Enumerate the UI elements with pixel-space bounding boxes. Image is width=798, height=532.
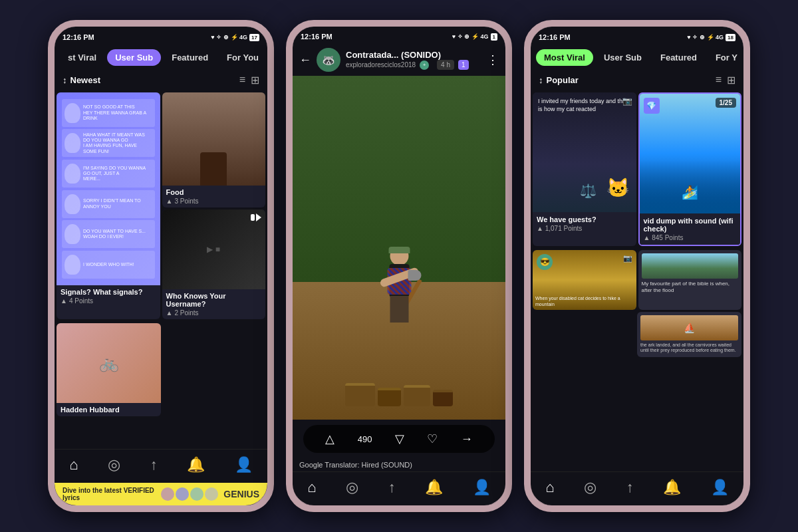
bike-post-info: Hadden Hubbard — [57, 403, 161, 416]
upvote-icon3: ▲ — [166, 309, 173, 317]
left-phone-frame: 12:16 PM ♥ ✧ ⊕ ⚡ 4G 17 st Viral User Sub… — [48, 20, 274, 512]
downvote-action[interactable]: ▽ — [395, 432, 404, 446]
person-3 — [190, 487, 203, 501]
right-sort-actions: ≡ ⊞ — [716, 74, 735, 86]
ark-row: ⛵ the ark landed, and all the carnivores… — [531, 312, 743, 359]
left-status-icons: ♥ ✧ ⊕ ⚡ 4G 17 — [211, 34, 259, 41]
share-action[interactable]: → — [461, 432, 473, 446]
upvote-action[interactable]: △ — [325, 432, 334, 446]
more-options-button[interactable]: ⋮ — [487, 53, 499, 67]
bell-nav-icon[interactable]: 🔔 — [187, 456, 205, 473]
profile-nav-icon-m[interactable]: 👤 — [473, 479, 491, 496]
filter-icon[interactable]: ≡ — [239, 74, 245, 86]
middle-phone: 12:16 PM ♥ ✧ ⊕ ⚡ 4G 1 ← 🦝 Contratada... … — [286, 20, 512, 512]
username-post[interactable]: ▶ ■ Who Knows Your Username? ▲ — [162, 209, 266, 319]
filter-icon-r[interactable]: ≡ — [716, 74, 722, 86]
count-badge: 1/25 — [716, 98, 736, 108]
right-sort-label[interactable]: ↕ Popular — [539, 75, 579, 85]
video-rec-icon — [251, 213, 261, 221]
bike-post[interactable]: 🚲 Hadden Hubbard — [57, 323, 161, 416]
cat-overlay-text: I invited my friends today and this is h… — [538, 98, 631, 113]
right-time: 12:16 PM — [539, 33, 571, 41]
video-channel[interactable]: exploradoresciclos2018 — [346, 61, 416, 68]
live-badge: 1 — [458, 60, 469, 70]
surfer-icon: 🏄 — [682, 184, 698, 200]
right-top-grid: I invited my friends today and this is h… — [531, 90, 743, 248]
video-content[interactable] — [293, 76, 505, 420]
right-status-bar: 12:16 PM ♥ ✧ ⊕ ⚡ 4G 18 — [531, 27, 743, 45]
subscribe-icon[interactable]: + — [420, 61, 429, 70]
left-status-bar: 12:16 PM ♥ ✧ ⊕ ⚡ 4G 17 — [55, 27, 267, 45]
bell-nav-icon-r[interactable]: 🔔 — [663, 479, 681, 496]
cat-post[interactable]: I invited my friends today and this is h… — [533, 92, 636, 246]
middle-time: 12:16 PM — [301, 33, 332, 41]
right-bottom-grid: 😎 📷 When your disabled cat decides to hi… — [531, 248, 743, 312]
upvote-icon2: ▲ — [166, 198, 173, 205]
profile-nav-icon[interactable]: 👤 — [235, 456, 253, 473]
video-user-info: Contratada... (SONIDO) exploradoresciclo… — [346, 50, 481, 70]
bible-post[interactable]: My favourite part of the bible is when, … — [638, 250, 742, 310]
back-button[interactable]: ← — [299, 53, 311, 67]
bell-nav-icon-m[interactable]: 🔔 — [425, 479, 443, 496]
tab-for-you-r[interactable]: For Y — [708, 49, 743, 66]
comic-post[interactable]: NOT SO GOOD AT THISHEY THERE WANNA GRAB … — [57, 92, 160, 319]
ark-post[interactable]: ⛵ the ark landed, and all the carnivores… — [637, 312, 741, 357]
left-sort-bar: ↕ Newest ≡ ⊞ — [55, 70, 267, 90]
left-nav-tabs: st Viral User Sub Featured For You — [55, 45, 267, 70]
tab-featured[interactable]: Featured — [164, 49, 216, 66]
right-phone-screen: 12:16 PM ♥ ✧ ⊕ ⚡ 4G 18 Most Viral User S… — [531, 27, 743, 505]
upload-nav-icon-m[interactable]: ↑ — [388, 479, 396, 496]
right-bottom-nav: ⌂ ◎ ↑ 🔔 👤 — [531, 471, 743, 505]
left-time: 12:16 PM — [63, 33, 94, 41]
left-content-grid: NOT SO GOOD AT THISHEY THERE WANNA GRAB … — [55, 90, 267, 321]
video-actions-bar: △ 490 ▽ ♡ → — [303, 425, 495, 453]
ad-banner[interactable]: Dive into the latest VERIFIED lyrics GEN… — [55, 483, 267, 505]
hike-post[interactable]: 😎 📷 When your disabled cat decides to hi… — [533, 250, 636, 310]
explore-nav-icon-m[interactable]: ◎ — [346, 479, 358, 496]
bike-image: 🚲 — [57, 323, 161, 403]
upvote-icon: ▲ — [61, 297, 67, 305]
middle-status-bar: 12:16 PM ♥ ✧ ⊕ ⚡ 4G 1 — [293, 27, 505, 44]
wave-post-points: ▲ 845 Points — [644, 234, 737, 241]
tab-featured-r[interactable]: Featured — [652, 49, 705, 66]
upload-nav-icon[interactable]: ↑ — [150, 456, 158, 473]
left-sort-label[interactable]: ↕ Newest — [63, 75, 100, 85]
profile-nav-icon-r[interactable]: 👤 — [711, 479, 729, 496]
tab-most-viral[interactable]: st Viral — [60, 49, 104, 66]
right-battery: 18 — [726, 34, 735, 41]
explore-nav-icon-r[interactable]: ◎ — [584, 479, 597, 496]
sort-icon-r: ↕ — [539, 75, 543, 85]
left-sort-actions: ≡ ⊞ — [239, 74, 259, 86]
middle-bottom-nav: ⌂ ◎ ↑ 🔔 👤 — [293, 471, 505, 505]
upload-nav-icon-r[interactable]: ↑ — [626, 479, 634, 496]
tab-user-sub-r[interactable]: User Sub — [596, 49, 650, 66]
upvote-icon-cat: ▲ — [537, 225, 545, 232]
upvote-icon-wave: ▲ — [644, 234, 652, 241]
home-nav-icon[interactable]: ⌂ — [69, 456, 78, 473]
share-icon: → — [461, 432, 473, 446]
heart-icon: ♡ — [427, 432, 438, 446]
wave-post[interactable]: 💎 1/25 🏄 vid dump with sound (wifi check… — [638, 92, 742, 246]
tab-for-you[interactable]: For You — [219, 49, 267, 66]
ark-text: the ark landed, and all the carnivores w… — [640, 342, 738, 354]
home-nav-icon-m[interactable]: ⌂ — [307, 479, 316, 496]
middle-battery: 1 — [491, 33, 497, 41]
bible-image — [642, 253, 739, 279]
genius-logo: GENIUS — [223, 489, 259, 499]
gallery-icon[interactable]: ⊞ — [251, 74, 259, 86]
person-4 — [205, 487, 218, 501]
food-post[interactable]: Food ▲ 3 Points — [162, 92, 266, 207]
bike-post-title: Hadden Hubbard — [61, 406, 157, 414]
gallery-icon-r[interactable]: ⊞ — [727, 74, 735, 86]
right-status-icons: ♥ ✧ ⊕ ⚡ 4G 18 — [687, 34, 735, 41]
weight-icon: ⚖️ — [580, 183, 597, 199]
left-battery: 17 — [249, 34, 259, 41]
vote-count: 490 — [358, 434, 372, 444]
heart-action[interactable]: ♡ — [427, 432, 438, 446]
tab-most-viral-r[interactable]: Most Viral — [536, 49, 593, 66]
explore-nav-icon[interactable]: ◎ — [108, 456, 120, 473]
comic-image: NOT SO GOOD AT THISHEY THERE WANNA GRAB … — [57, 92, 160, 285]
home-nav-icon-r[interactable]: ⌂ — [545, 479, 554, 496]
tab-user-sub[interactable]: User Sub — [107, 49, 161, 66]
cat-image: I invited my friends today and this is h… — [533, 92, 636, 212]
